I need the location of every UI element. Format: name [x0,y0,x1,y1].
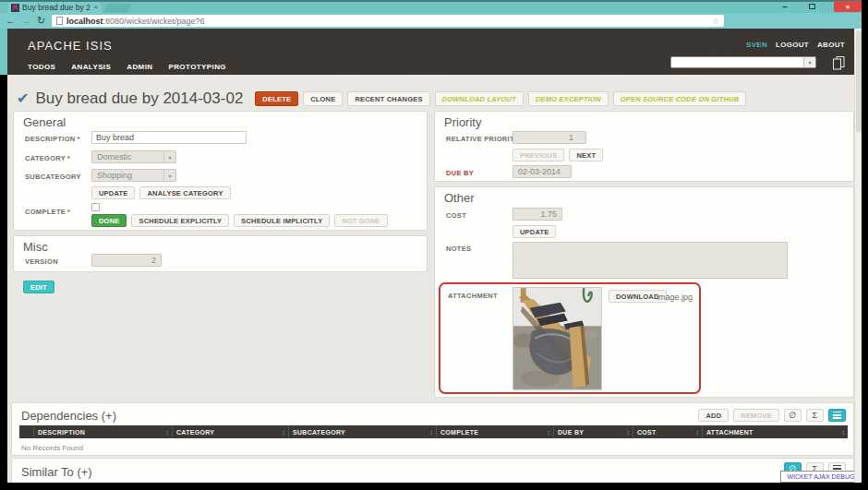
description-label: DESCRIPTION* [25,135,80,143]
header-cell-dueby[interactable]: DUE BY↕ [554,425,633,438]
logout-link[interactable]: LOGOUT [776,41,809,49]
forward-icon[interactable]: → [21,16,31,26]
menu-item-analysis[interactable]: ANALYSIS [71,63,111,71]
tab-close-icon[interactable]: × [93,4,98,11]
relative-priority-field: 1 [512,131,586,144]
page-title: Buy bread due by 2014-03-02 [35,90,243,108]
dependencies-table-header: DESCRIPTION↕ CATEGORY↕ SUBCATEGORY↕ COMP… [19,425,848,438]
schedule-implicitly-button[interactable]: SCHEDULE IMPLICITLY [234,214,330,227]
menu-item-admin[interactable]: ADMIN [127,63,152,71]
version-label: VERSION [25,257,58,266]
add-button[interactable]: ADD [698,409,729,422]
sort-icon: ↕ [624,429,631,436]
open-source-code-button[interactable]: OPEN SOURCE CODE ON GITHUB [613,91,747,106]
similar-to-panel: Similar To (+) ∅ Σ [11,458,854,483]
notes-textarea [512,242,788,279]
header-cell-category[interactable]: CATEGORY↕ [173,425,289,438]
user-name[interactable]: SVEN [746,41,767,49]
analyse-category-button[interactable]: ANALYSE CATEGORY [139,186,230,199]
previous-button: PREVIOUS [512,149,564,161]
desktop: Buy bread due by 20 × – × ← → ↻ ⌂ localh… [0,0,868,490]
url-text[interactable]: localhost:8080/wicket/wicket/page?6 [66,17,205,26]
remove-button: REMOVE [733,409,779,422]
header-cell-subcategory[interactable]: SUBCATEGORY↕ [289,425,437,438]
menu-item-prototyping[interactable]: PROTOTYPING [168,63,225,71]
hide-columns-button[interactable]: ∅ [784,409,802,422]
subcategory-label: SUBCATEGORY [25,173,81,181]
cost-update-button[interactable]: UPDATE [512,225,556,238]
list-view-button[interactable] [828,409,846,422]
search-combobox[interactable]: ▾ [670,56,816,68]
due-by-field: 02-03-2014 [512,165,572,178]
entity-title-row: ✔ Buy bread due by 2014-03-02 DELETE CLO… [17,88,746,110]
window-minimize-button[interactable]: – [778,1,791,12]
window-border [0,0,862,2]
attachment-filename: image.jpg [657,293,693,302]
about-link[interactable]: ABOUT [817,41,845,49]
cost-label: COST [446,211,466,220]
scrollbar[interactable] [854,29,862,483]
general-heading: General [23,115,66,129]
dependencies-heading: Dependencies (+) [21,409,116,423]
scrollbar-thumb[interactable] [856,30,862,132]
chevron-down-icon: ▾ [163,170,175,181]
version-field: 2 [91,254,162,267]
dependencies-toolbar: ADD REMOVE ∅ Σ [698,409,846,422]
next-button[interactable]: NEXT [569,149,603,161]
other-panel: Other COST 1.75 UPDATE NOTES ATTACHMENT [434,186,854,398]
empty-table-message: No Records Found [21,444,83,452]
not-done-button: NOT DONE [334,214,387,227]
sort-icon: ↕ [693,429,700,436]
delete-button[interactable]: DELETE [255,91,298,106]
header-cell-complete[interactable]: COMPLETE↕ [437,425,554,438]
recent-changes-button[interactable]: RECENT CHANGES [347,91,429,106]
done-button[interactable]: DONE [91,214,127,227]
subcategory-select: Shopping ▾ [91,169,176,182]
maximize-icon [809,4,815,9]
demo-exception-button[interactable]: DEMO EXCEPTION [528,91,609,106]
sort-icon: ↕ [163,429,170,436]
tab-title: Buy bread due by 20 [22,3,90,12]
download-layout-button[interactable]: DOWNLOAD LAYOUT [435,91,524,106]
window-close-button[interactable]: × [834,1,862,12]
url-path: :8080/wicket/wicket/page?6 [103,17,205,26]
header-cell-description[interactable]: DESCRIPTION↕ [34,425,173,438]
header-cell-cost[interactable]: COST↕ [633,425,703,438]
app-brand[interactable]: APACHE ISIS [28,39,113,53]
attachment-highlight-box: ATTACHMENT [439,282,701,394]
dependencies-panel: Dependencies (+) ADD REMOVE ∅ Σ DESCRIPT… [11,402,854,456]
general-panel: General DESCRIPTION* CATEGORY* Domestic … [13,111,428,231]
description-input[interactable] [91,131,247,144]
complete-checkbox[interactable] [91,203,100,211]
browser-tab[interactable]: Buy bread due by 20 × [7,2,102,13]
window-maximize-button[interactable] [805,1,818,12]
attachment-photo[interactable] [512,287,602,390]
schedule-explicitly-button[interactable]: SCHEDULE EXPLICITLY [131,214,229,227]
bookmark-star-icon[interactable]: ☆ [712,17,719,26]
header-cell-attachment[interactable]: ATTACHMENT↕ [703,425,848,438]
similar-to-heading: Similar To (+) [21,465,92,479]
header-cell-blank [19,425,34,438]
clone-button[interactable]: CLONE [303,91,343,106]
reload-icon[interactable]: ↻ [37,16,45,26]
copy-bookmark-icon[interactable] [832,55,846,74]
due-by-label: DUE BY [446,169,474,177]
url-bar[interactable]: localhost:8080/wicket/wicket/page?6 ☆ [52,15,724,27]
browser-chrome: Buy bread due by 20 × – × ← → ↻ ⌂ localh… [0,0,862,29]
chevron-down-icon[interactable]: ▾ [803,57,815,67]
priority-heading: Priority [444,115,481,129]
list-icon [833,412,841,419]
menu-item-todos[interactable]: TODOS [28,63,55,71]
relative-priority-label: RELATIVE PRIORITY [446,135,519,143]
wicket-ajax-debug-link[interactable]: WICKET AJAX DEBUG [780,471,854,483]
summary-button[interactable]: Σ [806,409,824,422]
other-heading: Other [444,191,475,205]
new-tab-button[interactable] [103,4,131,13]
sort-icon: ↕ [545,429,551,436]
update-button[interactable]: UPDATE [91,186,135,199]
edit-button[interactable]: EDIT [23,281,54,293]
main-menu: TODOS ANALYSIS ADMIN PROTOTYPING [28,63,226,71]
priority-actions: PREVIOUS NEXT [512,149,603,161]
category-label: CATEGORY* [25,154,70,162]
back-icon[interactable]: ← [6,16,16,26]
